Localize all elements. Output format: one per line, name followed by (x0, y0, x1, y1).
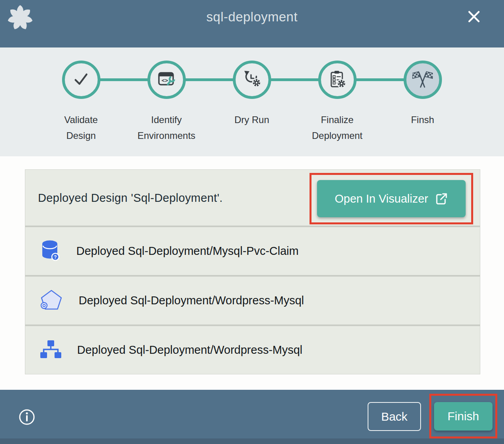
info-button[interactable] (18, 408, 36, 426)
deployed-design-row: Deployed Design 'Sql-Deployment'. Open I… (25, 170, 480, 226)
svg-text:?: ? (54, 254, 57, 260)
pentagon-icon (40, 289, 63, 313)
deployed-resource-text: Deployed Sql-Deployment/Wordpress-Mysql (79, 294, 304, 307)
check-icon (72, 70, 91, 90)
open-in-visualizer-button[interactable]: Open In Visualizer (317, 180, 466, 217)
wizard-stepper: Validate Design <> (0, 47, 504, 156)
open-in-visualizer-label: Open In Visualizer (335, 192, 428, 205)
info-icon (18, 408, 36, 426)
dialog-titlebar: sql-deployment (0, 0, 504, 47)
highlight-box-visualizer: Open In Visualizer (310, 173, 473, 224)
close-button[interactable] (464, 7, 483, 26)
step-label: Finsh (391, 112, 455, 128)
close-icon (465, 21, 483, 27)
dialog-footer: Back Finish (0, 390, 504, 438)
page-backdrop-strip (0, 438, 504, 444)
checkered-flags-icon (412, 70, 433, 90)
database-icon: ? (40, 239, 60, 264)
finish-button[interactable]: Finish (434, 402, 493, 431)
results-panel: Deployed Design 'Sql-Deployment'. Open I… (0, 156, 504, 390)
deployed-resource-row: Deployed Sql-Deployment/Wordpress-Mysql (25, 277, 480, 324)
back-button[interactable]: Back (368, 402, 421, 431)
step-label: Identify Environments (134, 112, 198, 144)
dialog-title: sql-deployment (0, 9, 504, 25)
step-label: Dry Run (220, 112, 284, 128)
hierarchy-icon (40, 340, 61, 361)
highlight-box-finish: Finish (429, 394, 497, 438)
clipboard-gear-icon (328, 70, 347, 90)
external-link-icon (435, 192, 448, 205)
code-config-icon: <> (157, 70, 176, 90)
dry-run-gear-icon (242, 70, 261, 90)
deployed-design-text: Deployed Design 'Sql-Deployment'. (38, 191, 223, 204)
deployed-resource-row: Deployed Sql-Deployment/Wordpress-Mysql (25, 326, 480, 374)
step-dry-run: Dry Run (209, 61, 294, 144)
deployment-dialog: sql-deployment Validate Design (0, 0, 504, 444)
deployed-resource-row: ? Deployed Sql-Deployment/Mysql-Pvc-Clai… (25, 227, 480, 275)
step-circle-validate-design (62, 61, 100, 99)
step-circle-finalize-deployment (318, 61, 357, 99)
step-circle-finish (404, 61, 442, 99)
step-label: Validate Design (49, 112, 113, 144)
svg-text:<>: <> (162, 77, 168, 83)
deployed-resource-text: Deployed Sql-Deployment/Wordpress-Mysql (77, 343, 302, 357)
step-validate-design: Validate Design (38, 61, 124, 144)
step-identify-environments: <> Identify Environments (124, 61, 209, 144)
deployed-resource-text: Deployed Sql-Deployment/Mysql-Pvc-Claim (76, 245, 298, 258)
step-label: Finalize Deployment (305, 112, 369, 144)
step-finalize-deployment: Finalize Deployment (294, 61, 380, 144)
step-finish: Finsh (380, 61, 465, 144)
results-list: Deployed Design 'Sql-Deployment'. Open I… (25, 169, 480, 374)
step-circle-identify-environments: <> (147, 61, 186, 99)
step-circle-dry-run (233, 61, 271, 99)
